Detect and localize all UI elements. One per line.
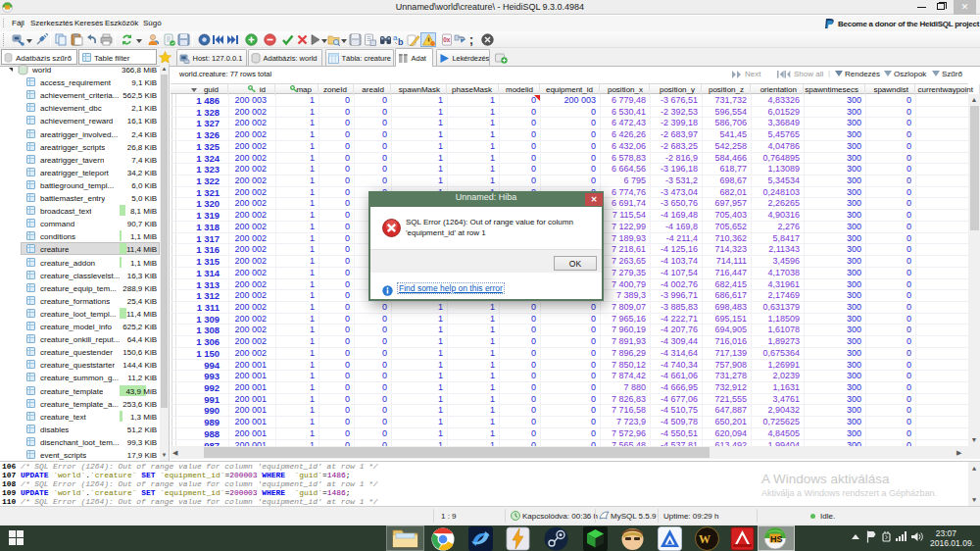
svg-text:b: b [398,37,404,46]
svg-text:W: W [699,532,710,546]
svg-text:HS: HS [770,534,783,544]
svg-text:0x: 0x [443,36,451,43]
